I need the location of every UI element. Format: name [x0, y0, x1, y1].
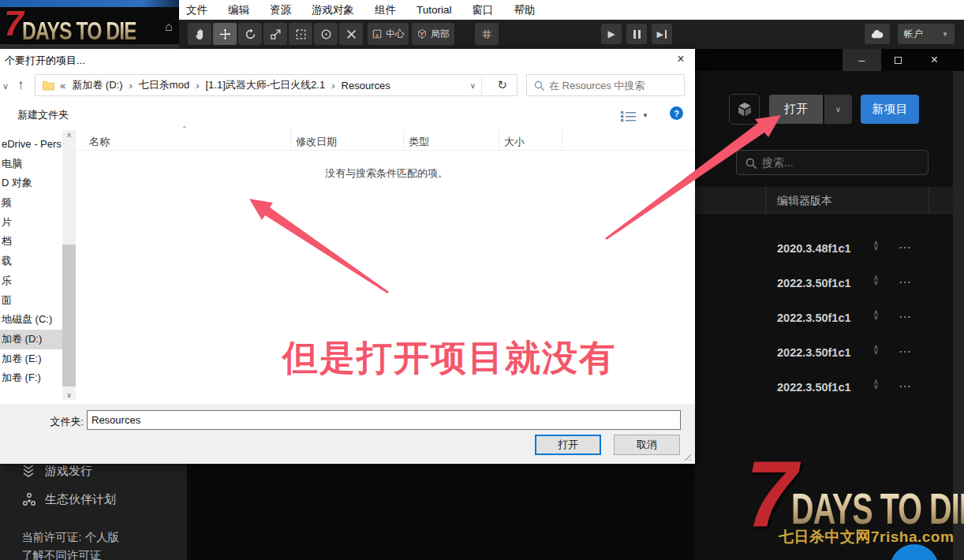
pause-button[interactable] [626, 24, 647, 44]
dialog-close-button[interactable]: × [670, 50, 692, 68]
refresh-icon[interactable]: ↻ [497, 78, 507, 92]
up-directory-button[interactable]: ↑ [17, 77, 24, 93]
column-divider[interactable] [403, 131, 404, 148]
column-divider[interactable] [290, 131, 291, 148]
close-button[interactable]: × [915, 49, 954, 71]
hub-project-icon-box[interactable] [729, 94, 760, 125]
folder-name-input[interactable] [87, 410, 681, 430]
editor-version-value[interactable]: 2022.3.50f1c1 [777, 381, 851, 394]
place-item[interactable]: 面 [0, 291, 62, 311]
scale-tool-button[interactable] [263, 23, 287, 45]
menu-assets[interactable]: 资源 [270, 3, 291, 17]
place-item[interactable]: 地磁盘 (C:) [0, 310, 62, 330]
new-folder-button[interactable]: 新建文件夹 [17, 108, 69, 122]
place-item[interactable]: eDrive - Pers [0, 135, 62, 155]
project-version-row[interactable]: 2022.3.50f1c1 ∧∨ ⋯ [695, 342, 964, 364]
menu-file[interactable]: 文件 [186, 3, 207, 17]
cancel-button[interactable]: 取消 [614, 435, 680, 455]
place-item[interactable]: 加卷 (F:) [0, 368, 62, 388]
place-item-selected[interactable]: 加卷 (D:) [0, 330, 62, 349]
breadcrumb-overflow-icon[interactable]: « [60, 80, 65, 91]
row-more-menu[interactable]: ⋯ [899, 309, 912, 324]
move-tool-button[interactable] [213, 23, 237, 45]
hub-open-button[interactable]: 打开 [769, 95, 823, 124]
dialog-search-input[interactable] [549, 77, 679, 93]
menu-tutorial[interactable]: Tutorial [417, 4, 452, 16]
view-options-caret[interactable]: ▼ [642, 112, 648, 119]
license-info-link[interactable]: 了解不同许可证 [21, 548, 102, 560]
account-dropdown[interactable]: 帐户 ▼ [898, 24, 955, 44]
project-version-row[interactable]: 2022.3.50f1c1 ∧∨ ⋯ [695, 308, 964, 330]
version-switch-icon[interactable]: ∧∨ [873, 310, 879, 319]
minimize-button[interactable]: – [843, 49, 881, 71]
transform-tool-button[interactable] [314, 23, 338, 45]
row-more-menu[interactable]: ⋯ [899, 379, 912, 394]
place-item[interactable]: 档 [0, 232, 62, 252]
scroll-up-icon[interactable]: ∧ [62, 131, 76, 139]
column-header-type[interactable]: 类型 [409, 135, 429, 149]
scroll-down-icon[interactable]: ∨ [62, 391, 76, 399]
row-more-menu[interactable]: ⋯ [899, 240, 912, 255]
pivot-center-toggle[interactable]: 中心 [368, 23, 409, 45]
menu-gameobject[interactable]: 游戏对象 [312, 3, 354, 17]
home-icon[interactable]: ⌂ [165, 20, 173, 34]
version-switch-icon[interactable]: ∧∨ [873, 241, 879, 250]
row-more-menu[interactable]: ⋯ [899, 344, 912, 359]
menu-component[interactable]: 组件 [375, 3, 396, 17]
breadcrumb-item[interactable]: 七日杀mod [139, 78, 189, 92]
breadcrumb[interactable]: « 新加卷 (D:) › 七日杀mod › [1.1]武器大师-七日火线2.1 … [35, 74, 517, 96]
view-options-icon[interactable] [620, 110, 637, 125]
project-version-row[interactable]: 2022.3.50f1c1 ∧∨ ⋯ [695, 377, 964, 399]
history-dropdown-icon[interactable]: ∨ [2, 81, 9, 91]
dialog-search-box[interactable] [526, 74, 685, 96]
cloud-services-button[interactable] [865, 24, 890, 44]
place-item[interactable]: 电脑 [0, 155, 62, 174]
snap-settings-button[interactable] [475, 23, 499, 45]
editor-version-value[interactable]: 2020.3.48f1c1 [777, 242, 851, 255]
version-switch-icon[interactable]: ∧∨ [873, 345, 879, 354]
place-item[interactable]: 片 [0, 213, 62, 233]
place-item[interactable]: 乐 [0, 271, 62, 291]
column-divider[interactable] [499, 131, 499, 148]
caret-down-icon: ▼ [942, 31, 948, 38]
version-switch-icon[interactable]: ∧∨ [873, 379, 879, 389]
editor-version-value[interactable]: 2022.3.50f1c1 [777, 346, 851, 359]
place-item[interactable]: D 对象 [0, 174, 62, 193]
places-scrollbar-thumb[interactable] [62, 245, 76, 386]
editor-version-value[interactable]: 2022.3.50f1c1 [777, 277, 851, 289]
rect-tool-button[interactable] [289, 23, 312, 45]
breadcrumb-item[interactable]: 新加卷 (D:) [72, 78, 122, 92]
open-button[interactable]: 打开 [535, 435, 601, 455]
editor-version-value[interactable]: 2022.3.50f1c1 [777, 312, 851, 324]
column-header-name[interactable]: 名称 [89, 135, 110, 149]
column-header-date[interactable]: 修改日期 [296, 135, 337, 149]
place-item[interactable]: 载 [0, 252, 62, 271]
hub-open-dropdown[interactable]: ∨ [824, 95, 852, 124]
hub-new-project-button[interactable]: 新项目 [861, 95, 919, 124]
project-version-row[interactable]: 2020.3.48f1c1 ∧∨ ⋯ [695, 238, 964, 260]
pivot-local-toggle[interactable]: 局部 [412, 23, 454, 45]
step-button[interactable]: ▶ [652, 24, 672, 44]
play-button[interactable]: ▶ [601, 24, 622, 44]
breadcrumb-item[interactable]: [1.1]武器大师-七日火线2.1 [206, 78, 326, 92]
place-item[interactable]: 加卷 (E:) [0, 349, 62, 369]
column-divider[interactable] [562, 131, 562, 148]
hub-search-box[interactable] [736, 150, 929, 175]
custom-tools-button[interactable] [339, 23, 363, 45]
place-item[interactable]: 频 [0, 193, 62, 213]
column-header-size[interactable]: 大小 [504, 135, 525, 149]
help-button[interactable]: ? [670, 106, 683, 120]
breadcrumb-dropdown-icon[interactable]: ∨ [470, 81, 476, 90]
hand-tool-button[interactable] [188, 23, 211, 45]
version-switch-icon[interactable]: ∧∨ [873, 275, 879, 285]
maximize-button[interactable] [881, 49, 915, 71]
row-more-menu[interactable]: ⋯ [899, 274, 912, 289]
menu-edit[interactable]: 编辑 [228, 3, 249, 17]
rotate-tool-button[interactable] [238, 23, 262, 45]
hub-search-input[interactable] [762, 154, 920, 171]
breadcrumb-item[interactable]: Resources [342, 80, 390, 91]
sidebar-item-partner-program[interactable]: 生态伙伴计划 [0, 489, 187, 510]
menu-help[interactable]: 帮助 [514, 3, 536, 17]
project-version-row[interactable]: 2022.3.50f1c1 ∧∨ ⋯ [695, 273, 964, 295]
menu-window[interactable]: 窗口 [473, 3, 494, 17]
